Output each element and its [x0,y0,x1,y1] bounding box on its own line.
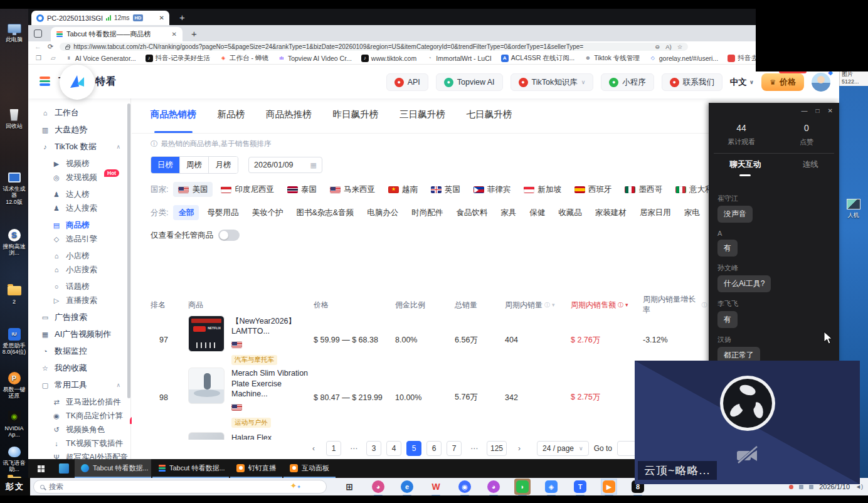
sidebar-item-小店搜索[interactable]: ⌂小店搜索 [28,263,130,277]
period-tab-月榜[interactable]: 月榜 [209,157,238,173]
bookmark-item[interactable]: ◔ImmortalWrt - LuCI [426,54,491,63]
tab-新品榜[interactable]: 新品榜 [218,109,245,133]
bookmark-item[interactable]: ◈工作台 - 蝉镜 [220,54,268,63]
category-全部[interactable]: 全部 [173,205,199,220]
sidebar-item-直播搜索[interactable]: ▷直播搜索 [28,294,130,307]
managed-goods-toggle[interactable] [218,230,240,241]
desktop-icon-NVIDIA Ap...[interactable]: ◉NVIDIA Ap... [1,410,28,438]
tab-商品热推榜[interactable]: 商品热推榜 [266,109,312,133]
start-button[interactable] [28,459,53,478]
desktop-icon-易数一键还原[interactable]: P易数一键还原 [1,371,28,400]
dingtalk-live-icon[interactable]: ▶ [601,479,617,494]
bookmark-item[interactable]: ◇gorelay.net/#/useri... [649,54,718,63]
sidebar-item-我的收藏[interactable]: ☆我的收藏 [28,361,130,375]
country-mx[interactable]: 墨西哥 [620,182,667,197]
taskbar-task-钉钉直播[interactable]: 钉钉直播 [230,459,282,478]
country-es[interactable]: 西班牙 [569,182,617,197]
desktop-icon-回收站[interactable]: 回收站 [1,108,28,129]
page-button-1[interactable]: 1 [326,441,341,456]
country-th[interactable]: 泰国 [282,182,322,197]
prev-page-button[interactable]: ‹ [306,441,321,456]
page-button-4[interactable]: 4 [386,441,401,456]
period-tab-日榜[interactable]: 日榜 [151,157,180,173]
bookmark-item[interactable]: ‖AI Voice Generator... [65,54,136,63]
tray-icon[interactable] [799,485,803,489]
sidebar-item-AI广告视频制作[interactable]: ▦AI广告视频制作 [28,327,130,341]
sidebar-item-大盘趋势[interactable]: ▥大盘趋势 [28,123,130,137]
sidebar-item-达人榜[interactable]: ♟达人榜 [28,188,130,201]
category-时尚配件[interactable]: 时尚配件 [406,205,448,220]
page-button-5[interactable]: 5 [406,441,421,456]
task-view-icon[interactable]: ⊞ [342,479,357,494]
sidebar-scrollbar[interactable] [127,103,130,398]
tab-商品热销榜[interactable]: 商品热销榜 [151,109,196,133]
maximize-icon[interactable]: □ [816,107,820,114]
nav-chip-小程序[interactable]: ●小程序 [601,73,654,91]
sidebar-item-发现视频[interactable]: ◎发现视频Hot [28,171,130,184]
copilot-sparkle-icon[interactable]: ✦✦ [290,481,301,490]
category-收藏品[interactable]: 收藏品 [553,205,587,220]
taskbar-task-互动面板[interactable]: 互动面板 [283,459,336,478]
desktop-icon-讯飞语音助...[interactable]: 讯飞语音助... [1,445,28,473]
nav-chip-TikTok知识库[interactable]: ●TikTok知识库∨ [511,73,594,91]
page-button-3[interactable]: 3 [366,441,381,456]
sidebar-item-广告搜索[interactable]: ▭广告搜索 [28,310,130,324]
chat-tab-聊天互动[interactable]: 聊天互动 [729,159,761,176]
desktop-icon-话术生成器[interactable]: 话术生成器 12.0版 [1,171,28,205]
sidebar-item-亚马逊比价插件[interactable]: ⇄亚马逊比价插件 [28,395,130,409]
chat-tab-连线[interactable]: 连线 [803,159,818,176]
column-header-周期内销量[interactable]: 周期内销量ⓘ▾ [505,300,571,310]
language-select[interactable]: 中文∨ [730,77,754,88]
bookmarks-folder-icon[interactable]: ▱ [51,55,56,61]
refresh-icon[interactable]: ⟳ [48,43,53,50]
tray-icon[interactable] [789,485,793,489]
sidebar-item-话题榜[interactable]: ○话题榜 [28,280,130,294]
category-食品饮料[interactable]: 食品饮料 [451,205,492,220]
category-家电[interactable]: 家电 [679,205,705,220]
sidebar-item-常用工具[interactable]: ▢常用工具∧ [28,378,130,392]
country-us[interactable]: 美国 [173,182,213,197]
address-bar[interactable]: https://www.tabcut.com/zh-CN/ranking/goo… [60,43,688,51]
sidebar-item-视频榜[interactable]: ▶视频榜 [28,157,130,171]
tab-search-icon[interactable] [34,29,42,38]
page-button-7[interactable]: 7 [447,441,462,456]
country-ph[interactable]: 菲律宾 [468,182,516,197]
sidebar-toggle-icon[interactable]: ❐ [36,55,41,61]
browser-new-tab-button[interactable]: + [191,28,197,39]
tab-昨日飙升榜[interactable]: 昨日飙升榜 [333,109,379,133]
close-icon[interactable]: ✕ [828,107,833,114]
remote-tab-close-icon[interactable]: ✕ [159,14,164,21]
sidebar-item-视频换角色[interactable]: ↺视频换角色 [28,423,130,437]
category-母婴用品[interactable]: 母婴用品 [202,205,243,220]
sidebar-item-达人搜索[interactable]: ♟达人搜索 [28,201,130,215]
tabcut-app-icon[interactable]: T [573,479,588,494]
tab-close-icon[interactable]: ✕ [172,31,177,38]
country-vn[interactable]: 越南 [383,182,423,197]
taskbar-task-Tabcut 特看数据...[interactable]: Tabcut 特看数据... [152,459,229,478]
quark-icon[interactable]: ◈ [544,479,559,494]
avatar[interactable]: ◆ [812,73,830,92]
tab-三日飙升榜[interactable]: 三日飙升榜 [400,109,445,133]
desktop-icon-此电脑[interactable]: 此电脑 [1,21,28,43]
tab-七日飙升榜[interactable]: 七日飙升榜 [467,109,512,133]
category-保健[interactable]: 保健 [524,205,550,220]
zoom-icon[interactable]: ⊖ [655,43,660,50]
next-page-button[interactable]: › [512,441,527,456]
bookmark-item[interactable]: ılıTopview AI Video Cr... [278,54,352,63]
page-button-6[interactable]: 6 [426,441,442,456]
page-button-125[interactable]: 125 [487,441,507,456]
bookmark-item[interactable]: ⊕Tiktok 专线管理 [584,54,640,63]
category-家装建材[interactable]: 家装建材 [590,205,632,220]
period-tab-周榜[interactable]: 周榜 [180,157,209,173]
price-button[interactable]: ♛价格 [761,73,804,91]
category-电脑办公[interactable]: 电脑办公 [362,205,403,220]
video-app-icon[interactable]: ◕ [371,479,386,494]
read-aloud-icon[interactable]: A) [665,43,672,50]
tray-icon[interactable] [809,485,813,489]
sidebar-item-小店榜[interactable]: ⌂小店榜 [28,249,130,263]
nav-chip-API[interactable]: ●API [386,73,428,91]
sidebar-item-TK视频下载插件[interactable]: ↓TK视频下载插件 [28,437,130,450]
sidebar-item-数据监控[interactable]: ◔数据监控 [28,344,130,358]
country-sg[interactable]: 新加坡 [519,182,566,197]
browser-tab[interactable]: Tabcut 特看数据——商品榜 ✕ [51,27,183,41]
